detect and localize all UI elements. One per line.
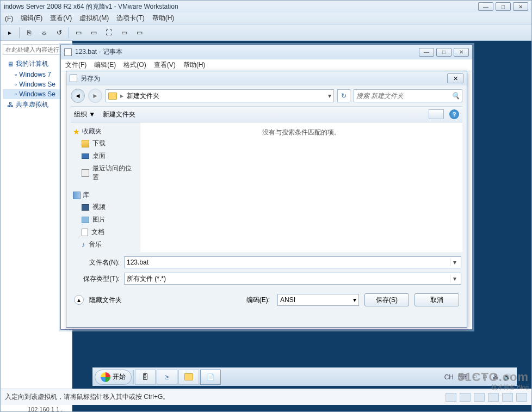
back-button[interactable]: ◄ (71, 89, 85, 103)
collapse-button[interactable]: ▴ (74, 295, 84, 305)
tree-pictures[interactable]: 图片 (73, 213, 138, 226)
status-device-icon[interactable] (502, 393, 513, 402)
chevron-down-icon[interactable]: ▾ (450, 275, 459, 282)
tree-downloads[interactable]: 下载 (73, 137, 138, 150)
filename-field[interactable]: ▾ (124, 256, 461, 268)
save-button[interactable]: 保存(S) (364, 293, 409, 306)
breadcrumb-segment[interactable]: 新建文件夹 (127, 91, 159, 101)
start-button[interactable]: 开始 (95, 370, 132, 385)
tray-network-icon[interactable]: 🖧 (492, 373, 499, 381)
menu-view[interactable]: 查看(V) (154, 60, 176, 70)
saveas-navbar: ◄ ► ▸ 新建文件夹 ▾ ↻ 🔍 (71, 88, 462, 104)
status-device-icon[interactable] (460, 393, 471, 402)
taskbar-server-manager[interactable]: 🗄 (135, 370, 156, 385)
tree-shared-vms[interactable]: 🖧 共享虚拟机 (3, 99, 70, 110)
notepad-icon (64, 48, 72, 56)
organize-button[interactable]: 组织 ▼ (74, 110, 95, 119)
close-button[interactable]: ✕ (454, 48, 469, 57)
document-icon (82, 229, 88, 236)
menu-file[interactable]: (F) (5, 15, 13, 22)
saveas-titlebar[interactable]: 另存为 ✕ (66, 71, 467, 85)
tray-flag-icon[interactable]: ⚐ (472, 373, 478, 381)
notepad-titlebar[interactable]: 123.bat - 记事本 — □ ✕ (61, 45, 472, 59)
search-box[interactable]: 🔍 (354, 89, 462, 102)
status-device-icon[interactable] (516, 393, 527, 402)
tree-vm-item[interactable]: ▫ Windows Se (3, 79, 70, 89)
fullscreen-icon[interactable]: ⛶ (103, 27, 115, 39)
windows-orb-icon (101, 372, 110, 382)
download-icon (82, 140, 89, 147)
taskbar-powershell[interactable]: ≥ (157, 370, 177, 385)
vmware-menubar: (F) 编辑(E) 查看(V) 虚拟机(M) 选项卡(T) 帮助(H) (1, 13, 531, 24)
hide-folders-link[interactable]: 隐藏文件夹 (89, 296, 122, 305)
search-input[interactable] (356, 92, 451, 100)
breadcrumb[interactable]: ▸ 新建文件夹 ▾ (106, 89, 334, 102)
menu-format[interactable]: 格式(O) (123, 60, 146, 70)
filename-input[interactable] (127, 259, 450, 266)
picture-icon (82, 217, 89, 223)
close-button[interactable]: ✕ (447, 73, 463, 83)
minimize-button[interactable]: — (478, 2, 493, 11)
notepad-menubar: 文件(F) 编辑(E) 格式(O) 查看(V) 帮助(H) (61, 59, 472, 71)
tree-my-computer[interactable]: 🖥 我的计算机 (3, 58, 70, 70)
tree-recent[interactable]: 最近访问的位置 (73, 162, 138, 184)
menu-help[interactable]: 帮助(H) (152, 14, 175, 23)
menu-help[interactable]: 帮助(H) (183, 60, 206, 70)
taskbar-explorer[interactable] (178, 370, 199, 385)
tray-sound-icon[interactable]: 🔊 (503, 373, 511, 381)
tray-action-center-icon[interactable]: ⚐ (482, 373, 488, 381)
tree-favorites[interactable]: ★收藏夹 (73, 126, 138, 137)
view2-icon[interactable]: ▭ (88, 27, 100, 39)
power-icon[interactable]: ▸ (4, 27, 16, 39)
close-button[interactable]: ✕ (513, 2, 528, 11)
filetype-label: 保存类型(T): (72, 274, 120, 284)
minimize-button[interactable]: — (419, 48, 434, 57)
chevron-down-icon[interactable]: ▾ (353, 296, 356, 304)
revert-icon[interactable]: ↺ (53, 27, 65, 39)
search-icon[interactable]: 🔍 (451, 92, 460, 100)
menu-edit[interactable]: 编辑(E) (21, 14, 42, 23)
forward-button[interactable]: ► (88, 89, 102, 103)
menu-view[interactable]: 查看(V) (50, 14, 72, 23)
snapshot-icon[interactable]: ⎘ (23, 27, 35, 39)
menu-vm[interactable]: 虚拟机(M) (79, 14, 109, 23)
filetype-field[interactable]: 所有文件 (*.*) ▾ (124, 273, 461, 285)
desktop-icon (82, 153, 89, 159)
encoding-combo[interactable]: ANSI ▾ (277, 294, 359, 306)
tray-keyboard-icon[interactable]: ⌨ (458, 373, 467, 381)
document-icon (70, 75, 77, 82)
vmware-toolbar: ▸ ⎘ ☼ ↺ ▭ ▭ ⛶ ▭ ▭ (1, 24, 531, 41)
tray-lang[interactable]: CH (444, 373, 454, 381)
maximize-button[interactable]: □ (496, 2, 511, 11)
newfolder-button[interactable]: 新建文件夹 (103, 110, 135, 119)
status-device-icon[interactable] (474, 393, 485, 402)
view3-icon[interactable]: ▭ (133, 27, 145, 39)
refresh-button[interactable]: ↻ (337, 89, 350, 102)
settings-icon[interactable]: ☼ (38, 27, 50, 39)
status-text: 入定向到该虚拟机，请将鼠标指针移入其中或按 Ctrl+G。 (5, 392, 169, 402)
view1-icon[interactable]: ▭ (72, 27, 84, 39)
recent-icon (82, 169, 89, 177)
ip-fragment: 102 160 1 1 . (28, 406, 63, 412)
menu-file[interactable]: 文件(F) (65, 60, 86, 70)
help-icon[interactable]: ? (449, 109, 459, 119)
tree-vm-item[interactable]: ▫ Windows 7 (3, 70, 70, 79)
cancel-button[interactable]: 取消 (415, 293, 459, 306)
tree-music[interactable]: ♪音乐 (73, 238, 138, 251)
tree-libraries[interactable]: 库 (73, 189, 138, 201)
view-mode-button[interactable] (429, 109, 444, 119)
tree-desktop[interactable]: 桌面 (73, 150, 138, 162)
maximize-button[interactable]: □ (436, 48, 451, 57)
menu-edit[interactable]: 编辑(E) (94, 60, 116, 70)
tree-videos[interactable]: 视频 (73, 201, 138, 213)
taskbar-notepad[interactable]: 📄 (200, 370, 221, 385)
status-device-icon[interactable] (488, 393, 499, 402)
status-device-icon[interactable] (446, 393, 456, 402)
tree-documents[interactable]: 文档 (73, 226, 138, 238)
tree-vm-item[interactable]: ▫ Windows Se (3, 89, 70, 99)
menu-tabs[interactable]: 选项卡(T) (116, 14, 144, 23)
sidebar-search-input[interactable] (3, 44, 70, 55)
unity-icon[interactable]: ▭ (118, 27, 130, 39)
chevron-down-icon[interactable]: ▾ (450, 259, 459, 266)
file-list[interactable]: 没有与搜索条件匹配的项。 (140, 122, 462, 252)
